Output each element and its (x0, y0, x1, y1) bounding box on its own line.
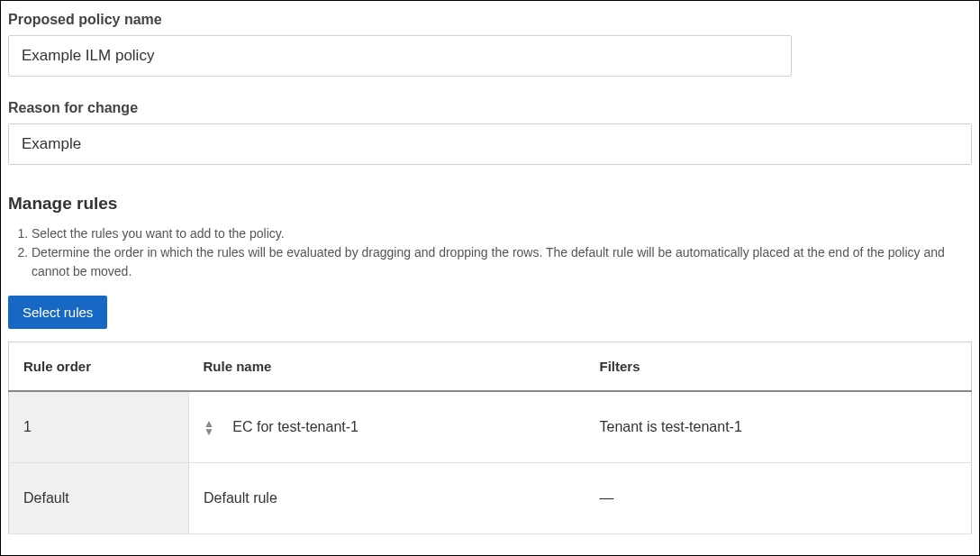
table-header-row: Rule order Rule name Filters (9, 342, 972, 392)
table-row[interactable]: 1 ▲ ▼ EC for test-tenant-1 Tenant is tes… (9, 391, 972, 463)
rule-name-text: Default rule (204, 490, 277, 506)
rule-filters-cell: — (585, 463, 972, 534)
policy-name-label: Proposed policy name (8, 12, 972, 28)
select-rules-button[interactable]: Select rules (8, 296, 107, 329)
col-header-filters: Filters (585, 342, 972, 392)
drag-handle-icon[interactable]: ▲ ▼ (204, 420, 214, 435)
col-header-name: Rule name (189, 342, 585, 392)
rule-name-text: EC for test-tenant-1 (232, 419, 358, 434)
policy-name-input[interactable] (8, 35, 792, 77)
policy-form-panel: Proposed policy name Reason for change M… (0, 0, 980, 556)
table-row: Default Default rule — (9, 463, 972, 534)
instruction-item-2: Determine the order in which the rules w… (32, 243, 972, 281)
rule-order-cell: 1 (9, 391, 189, 463)
manage-rules-heading: Manage rules (8, 194, 972, 214)
col-header-order: Rule order (9, 342, 189, 392)
rule-name-cell: ▲ ▼ EC for test-tenant-1 (189, 391, 585, 463)
rule-name-cell: Default rule (189, 463, 585, 534)
rule-filters-cell: Tenant is test-tenant-1 (585, 391, 972, 463)
reason-input[interactable] (8, 123, 972, 165)
rule-order-cell: Default (9, 463, 189, 534)
instruction-item-1: Select the rules you want to add to the … (32, 224, 972, 243)
rules-table: Rule order Rule name Filters 1 ▲ ▼ EC fo… (8, 342, 972, 534)
reason-label: Reason for change (8, 100, 972, 116)
instructions-list: Select the rules you want to add to the … (8, 224, 972, 281)
